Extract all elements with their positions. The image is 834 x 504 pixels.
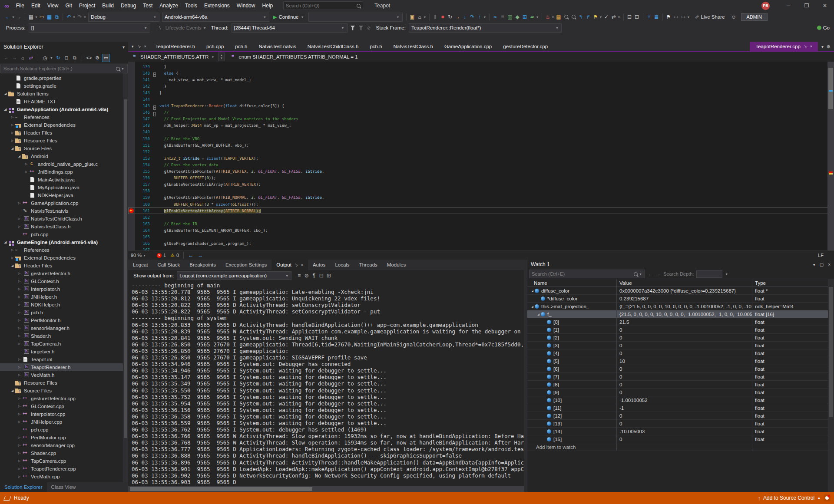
watch-name-cell[interactable]: [5] xyxy=(527,357,616,365)
watch-value-cell[interactable]: -10.005003 xyxy=(616,428,752,435)
close-panel-icon[interactable]: × xyxy=(828,262,831,267)
collapse-region-icon[interactable]: ⊟ xyxy=(626,13,633,21)
editor-tab[interactable]: TeapotRenderer.h xyxy=(150,42,201,51)
tree-scrollbar[interactable] xyxy=(123,73,128,482)
line-margin[interactable] xyxy=(128,161,135,168)
line-margin[interactable] xyxy=(128,89,135,96)
tree-item[interactable]: ◢Source Files xyxy=(0,387,128,395)
output-horizontal-scrollbar[interactable] xyxy=(128,486,524,492)
watch-row[interactable]: [1]0float xyxy=(527,326,834,334)
tree-expander-icon[interactable]: ▷ xyxy=(23,170,29,174)
scroll-spinner[interactable]: ▲▼ xyxy=(218,53,225,61)
menu-extensions[interactable]: Extensions xyxy=(201,0,233,11)
se-properties-icon[interactable]: ⚙ xyxy=(94,54,101,62)
bookmark-icon[interactable]: ⚑ xyxy=(665,13,672,21)
tree-expander-icon[interactable]: ▷ xyxy=(17,326,22,330)
line-margin[interactable] xyxy=(128,70,135,76)
feedback-person-icon[interactable]: ☺ xyxy=(730,13,738,21)
se-preview-selected-icon[interactable]: ▭ xyxy=(102,54,110,62)
caret-up-icon[interactable]: ▲ xyxy=(817,496,821,500)
breadcrumb-member[interactable]: enum SHADER_ATTRIBUTES ATTRIB_NORMAL = 1 xyxy=(238,54,357,59)
tree-item[interactable]: ▷NatvisTestChildClass.h xyxy=(0,215,128,223)
line-margin[interactable] xyxy=(128,201,135,208)
tree-expander-icon[interactable]: ▷ xyxy=(10,131,15,135)
se-back-icon[interactable]: ← xyxy=(3,54,10,62)
solution-explorer-search-input[interactable]: Search Solution Explorer (Ctrl+;) ▼ xyxy=(0,64,128,73)
tree-item[interactable]: settings.gradle xyxy=(0,82,128,90)
spell-check-icon[interactable]: ✓ xyxy=(603,13,610,21)
line-margin[interactable] xyxy=(128,116,135,122)
menu-help[interactable]: Help xyxy=(258,0,276,11)
tree-expander-icon[interactable]: ▷ xyxy=(17,225,22,228)
line-margin[interactable] xyxy=(128,142,135,148)
code-line[interactable]: 151 glBindBuffer(GL_ARRAY_BUFFER, vbo_); xyxy=(128,142,834,148)
add-to-source-control-button[interactable]: Add to Source Control xyxy=(763,495,814,501)
watch-column-header-type[interactable]: Type xyxy=(752,279,834,287)
tree-expander-icon[interactable]: ▷ xyxy=(17,405,22,408)
watch-name-cell[interactable]: [0] xyxy=(527,318,616,326)
dropdown-arrow-icon[interactable]: ▼ xyxy=(536,16,539,19)
tree-item[interactable]: ◢GameEngine (Android-arm64-v8a) xyxy=(0,238,128,246)
tree-item[interactable]: ◢Source Files xyxy=(0,145,128,152)
watch-name-cell[interactable]: [9] xyxy=(527,389,616,396)
code-line[interactable]: 155 glVertexAttribPointer(ATTRIB_VERTEX,… xyxy=(128,168,834,175)
watch-row[interactable]: *diffuse_color0.239215687float xyxy=(527,295,834,303)
menu-tools[interactable]: Tools xyxy=(182,0,201,11)
close-icon[interactable]: × xyxy=(144,44,146,49)
watch-row[interactable]: [7]0float xyxy=(527,373,834,381)
tree-expander-icon[interactable]: ▷ xyxy=(17,459,22,463)
maximize-button[interactable]: ❐ xyxy=(798,0,816,11)
code-line[interactable]: 143} xyxy=(128,89,834,96)
step-into-icon[interactable]: ↓ xyxy=(461,13,469,21)
watch-value-cell[interactable]: 21.5 xyxy=(616,318,752,326)
filter-disabled-icon[interactable] xyxy=(359,26,364,30)
watch-expander-icon[interactable]: ◢ xyxy=(536,313,541,316)
tree-item[interactable]: Resource Files xyxy=(0,379,128,387)
tree-expander-icon[interactable]: ▷ xyxy=(17,319,22,322)
redo-icon[interactable]: ↷ xyxy=(76,13,83,21)
tree-expander-icon[interactable]: ◢ xyxy=(17,155,22,158)
tree-expander-icon[interactable]: ▷ xyxy=(17,201,22,205)
se-collapse-all-icon[interactable]: ⊟ xyxy=(63,54,70,62)
events-list-icon[interactable]: ≡ xyxy=(499,13,506,21)
tree-expander-icon[interactable]: ▷ xyxy=(17,303,22,306)
tree-item[interactable]: ▷JNIHelper.cpp xyxy=(0,418,128,426)
configuration-combo[interactable]: Debug▼ xyxy=(88,13,159,22)
tree-expander-icon[interactable]: ▷ xyxy=(17,295,22,299)
line-margin[interactable] xyxy=(128,103,135,109)
code-line[interactable]: 148 ndk_helper::Mat4 mat_vp = mat_projec… xyxy=(128,122,834,129)
tree-item[interactable]: ▷Interpolator.cpp xyxy=(0,410,128,418)
break-all-icon[interactable]: ‖ xyxy=(432,13,439,21)
output-tab-locals[interactable]: Locals xyxy=(330,260,354,270)
line-margin[interactable] xyxy=(128,181,135,188)
tree-item[interactable]: ▷JNIHelper.h xyxy=(0,293,128,301)
menu-debug[interactable]: Debug xyxy=(117,0,139,11)
show-next-statement-icon[interactable]: → xyxy=(454,13,461,21)
tree-item[interactable]: ▷TapCamera.cpp xyxy=(0,457,128,465)
package-icon[interactable]: ⊞ xyxy=(521,13,529,21)
add-item-to-watch[interactable]: Add item to watch xyxy=(527,443,616,451)
tree-expander-icon[interactable]: ▷ xyxy=(17,475,22,478)
depth-dropdown-icon[interactable]: ▼ xyxy=(725,273,728,276)
line-margin[interactable] xyxy=(128,247,135,250)
line-margin[interactable] xyxy=(128,109,135,116)
code-line[interactable]: 142 } xyxy=(128,83,834,89)
code-line[interactable]: 146− // xyxy=(128,109,834,116)
se-sync-active-document-icon[interactable]: ⇄ xyxy=(27,54,34,62)
code-line[interactable]: 160 BUFFER_OFFSET(3 * sizeof(GLfloat))); xyxy=(128,201,834,208)
sort-lines-icon[interactable]: ≡ xyxy=(645,13,653,21)
tree-item[interactable]: NDKHelper.java xyxy=(0,191,128,199)
se-pending-changes-icon[interactable]: ◷ xyxy=(42,54,49,62)
line-ending-indicator[interactable]: LF xyxy=(818,253,824,258)
tree-item[interactable]: ▷NDKHelper.h xyxy=(0,301,128,309)
watch-name-cell[interactable]: ◢f_ xyxy=(527,310,616,318)
watch-value-cell[interactable]: 0 xyxy=(616,412,752,419)
watch-name-cell[interactable]: [11] xyxy=(527,404,616,412)
watch-name-cell[interactable]: [7] xyxy=(527,373,616,380)
watch-scrollbar[interactable] xyxy=(828,279,834,492)
output-source-combo[interactable]: Logcat (com.example.gameapplication)▼ xyxy=(177,271,291,280)
code-line[interactable]: 159 glVertexAttribPointer(ATTRIB_NORMAL,… xyxy=(128,194,834,201)
code-line[interactable]: 149 xyxy=(128,129,834,135)
watch-row[interactable]: [0]21.5float xyxy=(527,318,834,326)
out-clear-all-icon[interactable]: ⊘ xyxy=(303,272,310,280)
